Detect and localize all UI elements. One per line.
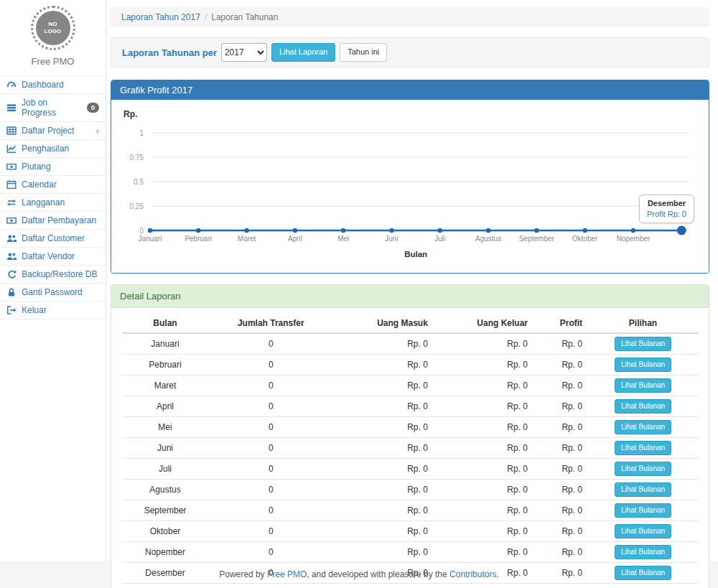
cell-uang_keluar: Rp. 0 [434,417,533,438]
lihat-bulanan-button[interactable]: Lihat Bulanan [615,482,671,497]
sidebar-item-piutang[interactable]: Piutang [0,158,106,176]
users-icon [6,233,17,243]
filter-label: Laporan Tahunan per [122,47,217,58]
sidebar-item-daftar-pembayaran[interactable]: Daftar Pembayaran [0,212,106,230]
cell-uang_keluar: Rp. 0 [434,375,533,396]
total-row: Total0Rp. 0Rp. 0Rp. 0 [122,584,698,588]
lihat-bulanan-button[interactable]: Lihat Bulanan [615,566,671,580]
cell-profit: Rp. 0 [533,333,588,355]
report-table-head: BulanJumlah TransferUang MasukUang Kelua… [122,314,698,333]
sidebar-item-keluar[interactable]: Keluar [0,302,106,319]
footer-text-suffix: . [496,569,498,579]
data-point-juli[interactable] [438,228,442,233]
breadcrumb-separator: / [205,12,207,22]
cell-uang_masuk: Rp. 0 [334,584,434,588]
cell-uang_keluar: Rp. 0 [434,480,533,500]
sidebar-item-label: Dashboard [22,80,64,90]
cell-jumlah_transfer: 0 [208,417,334,438]
x-axis-title: Bulan [404,250,427,258]
cell-pilihan: Lihat Bulanan [588,459,698,480]
sidebar-item-ganti-password[interactable]: Ganti Password [0,284,106,302]
data-point-maret[interactable] [244,228,248,233]
detail-panel-title: Detail Laporan [111,285,709,308]
lihat-bulanan-button[interactable]: Lihat Bulanan [615,503,671,518]
footer-text-middle: , and developed with pleasure by the [307,569,449,579]
data-point-juni[interactable] [389,228,393,233]
cell-bulan: Juli [122,459,208,480]
data-point-september[interactable] [534,228,538,233]
x-tick-label: Juni [385,235,398,243]
contributors-link[interactable]: Contributors [449,569,496,579]
sidebar-item-daftar-project[interactable]: Daftar Project‹ [0,122,106,140]
lihat-laporan-button[interactable]: Lihat Laporan [271,43,335,61]
cell-uang_keluar: Rp. 0 [434,500,533,521]
sign-out-icon [6,305,17,315]
data-point-agustus[interactable] [486,228,490,233]
lihat-bulanan-button[interactable]: Lihat Bulanan [615,545,671,559]
free-pmo-link[interactable]: Free PMO [267,569,307,579]
sidebar-menu-row: Daftar Customer [0,230,106,248]
chart-body: 00.250.50.751JanuariPebruariMaretAprilMe… [111,100,709,273]
users-icon [6,251,17,261]
year-select[interactable]: 2017 [221,43,267,62]
lihat-bulanan-button[interactable]: Lihat Bulanan [615,441,671,455]
data-point-mei[interactable] [341,228,345,233]
lihat-bulanan-button[interactable]: Lihat Bulanan [615,399,671,414]
sidebar-item-label: Job on Progress [22,98,82,118]
cell-uang_masuk: Rp. 0 [334,480,434,500]
lihat-bulanan-button[interactable]: Lihat Bulanan [615,337,671,351]
profit-chart-canvas[interactable]: 00.250.50.751JanuariPebruariMaretAprilMe… [122,107,698,261]
data-point-desember[interactable] [677,226,686,235]
cell-jumlah_transfer: 0 [208,542,334,563]
cell-pilihan: Lihat Bulanan [588,563,698,584]
data-point-januari[interactable] [148,228,152,233]
col-header-bulan: Bulan [122,314,208,333]
breadcrumb-link[interactable]: Laporan Tahun 2017 [121,12,200,22]
sidebar-menu-row: Dashboard [0,76,106,94]
sidebar-item-daftar-customer[interactable]: Daftar Customer [0,230,106,248]
cell-bulan: Oktober [122,521,208,542]
sidebar-item-label: Keluar [22,305,47,315]
cell-pilihan: Lihat Bulanan [588,521,698,542]
col-header-jumlah-transfer: Jumlah Transfer [208,314,334,333]
sidebar-item-backup-restore-db[interactable]: Backup/Restore DB [0,266,106,284]
table-row-oktober: Oktober0Rp. 0Rp. 0Rp. 0Lihat Bulanan [122,521,698,542]
sidebar-item-calendar[interactable]: Calendar [0,176,106,194]
cell-uang_masuk: Rp. 0 [334,417,434,438]
count-badge: 0 [87,103,99,113]
sidebar-item-langganan[interactable]: Langganan [0,194,106,212]
data-point-oktober[interactable] [583,228,587,233]
sidebar-item-job-on-progress[interactable]: Job on Progress0 [0,94,106,122]
cell-jumlah_transfer: 0 [208,500,334,521]
cell-jumlah_transfer: 0 [208,584,334,588]
sidebar-item-daftar-vendor[interactable]: Daftar Vendor [0,248,106,266]
y-tick-label: 0.25 [130,202,144,210]
cell-bulan: Juni [122,438,208,459]
sidebar-item-penghasilan[interactable]: Penghasilan [0,140,106,158]
lihat-bulanan-button[interactable]: Lihat Bulanan [615,462,671,476]
lihat-bulanan-button[interactable]: Lihat Bulanan [615,420,671,434]
table-row-mei: Mei0Rp. 0Rp. 0Rp. 0Lihat Bulanan [122,417,698,438]
cell-uang_keluar: Rp. 0 [434,438,533,459]
cell-profit: Rp. 0 [533,417,588,438]
cell-profit: Rp. 0 [533,584,588,588]
lihat-bulanan-button[interactable]: Lihat Bulanan [615,358,671,372]
chart-tooltip: Desember Profit Rp: 0 [639,195,694,223]
sidebar: NO LOGO Free PMO DashboardJob on Progres… [0,0,106,561]
sidebar-menu-row: Keluar [0,302,106,319]
cell-uang_masuk: Rp. 0 [334,355,434,375]
cell-pilihan: Lihat Bulanan [588,500,698,521]
report-filter-form: Laporan Tahunan per 2017 Lihat Laporan T… [111,37,709,67]
data-point-april[interactable] [293,228,297,233]
data-point-nopember[interactable] [631,228,635,233]
cell-profit: Rp. 0 [533,375,588,396]
tahun-ini-button[interactable]: Tahun ini [340,43,387,61]
cell-uang_keluar: Rp. 0 [434,521,533,542]
main-content: Laporan Tahun 2017/Laporan Tahunan Lapor… [106,0,718,561]
data-point-pebruari[interactable] [196,228,200,233]
col-header-uang-masuk: Uang Masuk [334,314,434,333]
lihat-bulanan-button[interactable]: Lihat Bulanan [615,378,671,393]
sidebar-menu-row: Daftar Vendor [0,248,106,266]
lihat-bulanan-button[interactable]: Lihat Bulanan [615,524,671,538]
sidebar-item-dashboard[interactable]: Dashboard [0,76,106,94]
